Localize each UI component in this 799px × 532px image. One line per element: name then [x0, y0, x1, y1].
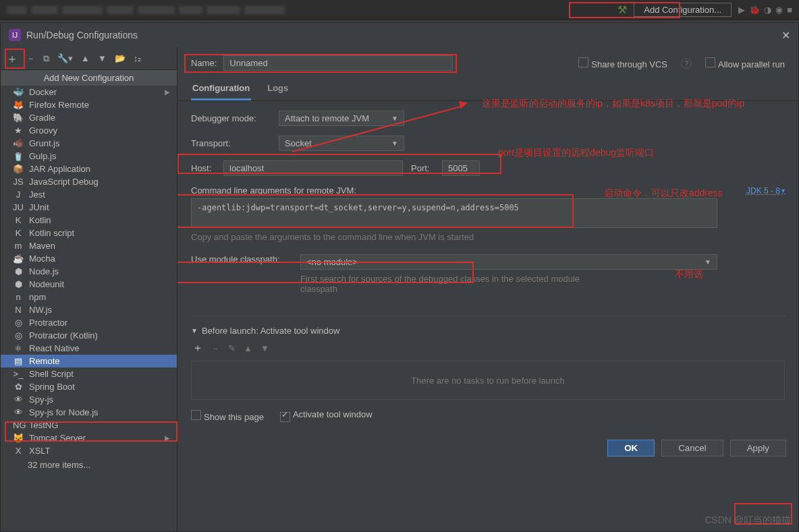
sidebar-item-label: Spy-js	[29, 394, 53, 405]
type-icon: 🐘	[13, 113, 24, 123]
ok-button[interactable]: OK	[607, 440, 655, 456]
type-icon: K	[13, 215, 24, 225]
config-type-list[interactable]: 🐳Docker▶🦊Firefox Remote🐘Gradle★Groovy🐗Gr…	[1, 86, 177, 531]
type-icon: 🐗	[13, 138, 24, 148]
sidebar-item-gulp-js[interactable]: 🥤Gulp.js	[1, 150, 177, 162]
type-icon: ◎	[13, 318, 24, 328]
wrench-icon[interactable]: 🔧▾	[57, 53, 73, 63]
highlight-remote	[5, 421, 177, 442]
type-icon: ⬢	[13, 279, 24, 289]
down-task-icon[interactable]: ▼	[260, 343, 269, 353]
sidebar-item-node-js[interactable]: ⬢Node.js	[1, 265, 177, 278]
close-icon[interactable]: ✕	[781, 29, 790, 42]
add-task-icon[interactable]: ＋	[192, 341, 203, 355]
type-icon: ▤	[13, 356, 24, 366]
sidebar-item-jest[interactable]: JJest	[1, 188, 177, 201]
sidebar-item-nw-js[interactable]: NNW.js	[1, 303, 177, 316]
annotation-cmd: 启动命令，可以只改address	[604, 187, 723, 200]
sidebar-item-label: Spy-js for Node.js	[29, 407, 99, 417]
type-icon: JU	[13, 202, 24, 212]
bug-icon[interactable]: 🐞	[749, 5, 760, 15]
debugger-mode-dropdown[interactable]: Attach to remote JVM▼	[279, 111, 404, 126]
allow-parallel-checkbox[interactable]: Allow parallel run	[705, 57, 785, 69]
remove-task-icon[interactable]: －	[211, 343, 220, 355]
sidebar-item-spring-boot[interactable]: ✿Spring Boot	[1, 380, 177, 393]
show-this-page-checkbox[interactable]: Show this page	[191, 410, 264, 422]
sidebar-item-kotlin-script[interactable]: KKotlin script	[1, 227, 177, 239]
type-icon: 🦊	[13, 100, 24, 110]
sidebar-item-npm[interactable]: nnpm	[1, 291, 177, 303]
annotation-port: port是项目设置的远程debug监听端口	[498, 147, 654, 159]
remove-icon[interactable]: －	[26, 53, 35, 65]
sidebar-item-label: Groovy	[29, 125, 57, 136]
tab-logs[interactable]: Logs	[266, 78, 290, 100]
highlight-add-configuration	[569, 2, 680, 18]
sidebar-item-label: Firefox Remote	[29, 100, 89, 110]
sidebar-item-label: JUnit	[29, 202, 49, 212]
coverage-icon[interactable]: ◑	[764, 5, 771, 15]
transport-label: Transport:	[191, 138, 271, 148]
down-icon[interactable]: ▼	[98, 53, 107, 63]
chevron-right-icon: ▶	[165, 88, 170, 96]
sidebar-item-groovy[interactable]: ★Groovy	[1, 124, 177, 137]
sidebar-item-grunt-js[interactable]: 🐗Grunt.js	[1, 137, 177, 150]
type-icon: ✿	[13, 382, 24, 392]
share-vcs-checkbox[interactable]: Share through VCS	[578, 57, 667, 69]
sidebar-item-react-native[interactable]: ⚛React Native	[1, 342, 177, 355]
chevron-down-icon: ▼	[705, 258, 711, 266]
type-icon: X	[13, 446, 24, 456]
highlight-cmdline	[177, 194, 574, 228]
highlight-name	[184, 54, 457, 73]
sidebar-item-label: React Native	[29, 343, 79, 353]
sidebar-item-spy-js[interactable]: 👁Spy-js	[1, 393, 177, 406]
folder-icon[interactable]: 📂	[115, 53, 126, 63]
type-icon: 👁	[13, 394, 24, 405]
jdk-version-link[interactable]: JDK 5 - 8 ▾	[746, 186, 785, 196]
highlight-classpath	[177, 262, 474, 283]
sidebar-more-items[interactable]: 32 more items...	[1, 457, 177, 473]
sidebar-item-mocha[interactable]: ☕Mocha	[1, 252, 177, 265]
sidebar-item-docker[interactable]: 🐳Docker▶	[1, 86, 177, 98]
type-icon: m	[13, 241, 24, 251]
type-icon: ⬢	[13, 266, 24, 276]
chevron-down-icon: ▾	[781, 187, 785, 194]
sidebar-item-gradle[interactable]: 🐘Gradle	[1, 111, 177, 124]
sidebar-item-label: npm	[29, 292, 46, 302]
sidebar-item-javascript-debug[interactable]: JSJavaScript Debug	[1, 175, 177, 188]
activate-tool-window-checkbox[interactable]: Activate tool window	[280, 409, 373, 422]
tab-configuration[interactable]: Configuration	[191, 78, 251, 100]
popup-title: Add New Configuration	[1, 70, 177, 86]
sidebar-item-label: NW.js	[29, 305, 52, 315]
watermark: CSDN @叮当的猫猫	[705, 514, 791, 527]
sort-icon[interactable]: ↕₂	[134, 53, 142, 63]
up-task-icon[interactable]: ▲	[244, 343, 252, 353]
sidebar-item-maven[interactable]: mMaven	[1, 239, 177, 252]
sidebar-item-xslt[interactable]: XXSLT	[1, 444, 177, 457]
edit-task-icon[interactable]: ✎	[228, 343, 236, 353]
apply-button[interactable]: Apply	[730, 440, 786, 456]
up-icon[interactable]: ▲	[81, 53, 90, 63]
configuration-form: Debugger mode: Attach to remote JVM▼ Tra…	[177, 101, 798, 432]
type-icon: J	[13, 189, 24, 200]
run-icon[interactable]: ▶	[738, 5, 745, 15]
blurred-breadcrumb	[7, 6, 611, 14]
sidebar-item-protractor-kotlin-[interactable]: ◎Protractor (Kotlin)	[1, 329, 177, 342]
sidebar-item-spy-js-for-node-js[interactable]: 👁Spy-js for Node.js	[1, 406, 177, 419]
sidebar-item-jar-application[interactable]: 📦JAR Application	[1, 162, 177, 175]
sidebar-item-protractor[interactable]: ◎Protractor	[1, 316, 177, 329]
profiler-icon[interactable]: ◉	[775, 5, 783, 15]
sidebar-item-nodeunit[interactable]: ⬢Nodeunit	[1, 278, 177, 291]
collapse-icon[interactable]: ▼	[191, 327, 198, 334]
sidebar-item-junit[interactable]: JUJUnit	[1, 201, 177, 214]
type-icon: >_	[13, 369, 24, 379]
sidebar-item-firefox-remote[interactable]: 🦊Firefox Remote	[1, 98, 177, 111]
sidebar-item-shell-script[interactable]: >_Shell Script	[1, 367, 177, 380]
help-icon[interactable]: ?	[681, 58, 692, 69]
sidebar-item-kotlin[interactable]: KKotlin	[1, 214, 177, 227]
sidebar-item-label: Kotlin	[29, 215, 51, 225]
copy-icon[interactable]: ⧉	[43, 53, 49, 64]
stop-icon[interactable]: ■	[787, 5, 792, 15]
sidebar-item-label: Remote	[29, 356, 60, 366]
cancel-button[interactable]: Cancel	[661, 440, 723, 456]
sidebar-item-remote[interactable]: ▤Remote	[1, 355, 177, 367]
